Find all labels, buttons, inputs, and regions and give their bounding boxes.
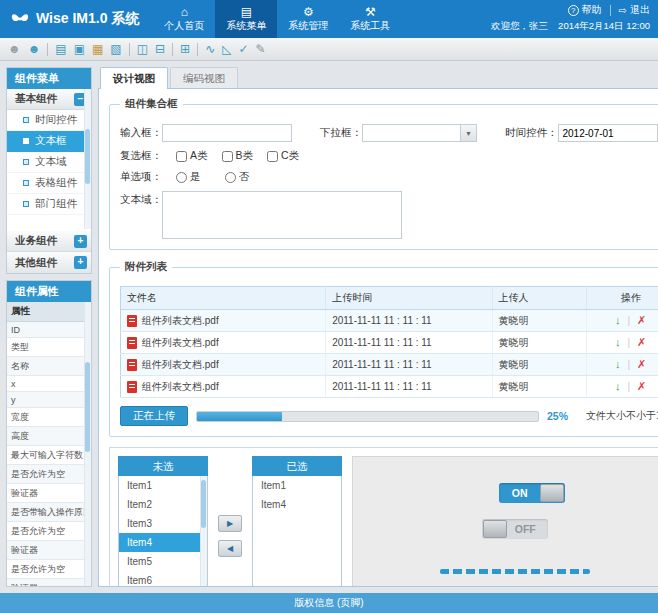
property-row[interactable]: y67 — [7, 392, 91, 408]
list-scrollbar[interactable] — [200, 476, 207, 587]
section-business-components[interactable]: 业务组件 + — [7, 231, 91, 252]
property-row[interactable]: x21 — [7, 376, 91, 392]
scrollbar-thumb[interactable] — [85, 129, 90, 184]
textarea-field[interactable] — [162, 191, 402, 239]
toggle-knob[interactable] — [483, 520, 507, 538]
radio-yes[interactable]: 是 — [176, 170, 201, 184]
checkbox-input[interactable] — [222, 151, 233, 162]
properties-scrollbar[interactable] — [84, 302, 91, 586]
property-row[interactable]: 是否允许为空10000 — [7, 560, 91, 579]
sidebar-item-department-component[interactable]: 部门组件 — [7, 194, 91, 215]
list-item[interactable]: Item5 — [119, 552, 207, 571]
property-row[interactable]: 类型文本域组件 — [7, 338, 91, 357]
gear-icon: ⚙ — [303, 6, 314, 18]
property-row[interactable]: 验证器null — [7, 484, 91, 503]
nav-item-system-tools[interactable]: ⚒ 系统工具 — [339, 0, 401, 38]
list-item[interactable]: Item3 — [119, 514, 207, 533]
text-input[interactable] — [162, 124, 292, 142]
sidebar-scrollbar[interactable] — [84, 89, 91, 229]
curve-icon[interactable]: ∿ — [205, 43, 215, 55]
form-row: 复选框： A类 B类 C类 — [120, 149, 658, 163]
chevron-down-icon: ▼ — [460, 125, 476, 141]
list-item[interactable]: Item6 — [119, 571, 207, 587]
pencil-icon[interactable]: ✎ — [255, 43, 265, 55]
delete-icon[interactable]: ✗ — [637, 358, 646, 370]
property-row[interactable]: 是否允许为空true — [7, 465, 91, 484]
property-row[interactable]: 是否允许为空true — [7, 522, 91, 541]
toggle-switch-on[interactable]: ON — [499, 483, 565, 503]
radio-option-label: 是 — [190, 170, 201, 184]
label-icon[interactable]: ▣ — [74, 43, 85, 55]
checkbox-class-b[interactable]: B类 — [222, 149, 254, 163]
tab-design-view[interactable]: 设计视图 — [100, 67, 168, 89]
sidebar-item-textarea[interactable]: 文本域 — [7, 152, 91, 173]
section-basic-components[interactable]: 基本组件 − — [7, 89, 91, 110]
property-row[interactable]: 名称业务影响分析说明 — [7, 357, 91, 376]
property-row[interactable]: 高度100 — [7, 427, 91, 446]
delete-icon[interactable]: ✗ — [637, 336, 646, 348]
property-row[interactable]: 是否带输入操作原因10000 — [7, 503, 91, 522]
property-row[interactable]: 最大可输入字符数10000 — [7, 446, 91, 465]
check-icon[interactable]: ✓ — [238, 43, 248, 55]
nav-item-home[interactable]: ⌂ 个人首页 — [153, 0, 215, 38]
nav-item-system-menu[interactable]: ▤ 系统菜单 — [215, 0, 277, 38]
radio-input[interactable] — [225, 172, 236, 183]
delete-icon[interactable]: ✗ — [637, 314, 646, 326]
property-row[interactable]: 验证器10000 — [7, 541, 91, 560]
property-row[interactable]: IDtextarea_1 — [7, 322, 91, 338]
checkbox-class-c[interactable]: C类 — [267, 149, 299, 163]
download-icon[interactable]: ↓ — [615, 336, 621, 348]
dropdown-icon[interactable]: ⊟ — [155, 43, 165, 55]
list-item[interactable]: Item2 — [119, 495, 207, 514]
delete-icon[interactable]: ✗ — [637, 380, 646, 392]
dropdown-select[interactable]: ▼ — [362, 124, 477, 142]
uploading-button[interactable]: 正在上传 — [120, 406, 188, 426]
property-row[interactable]: 验证器true — [7, 579, 91, 588]
checkbox-input[interactable] — [176, 151, 187, 162]
checkbox-option-label: B类 — [236, 149, 254, 163]
toggle-knob[interactable] — [540, 484, 564, 502]
list-item-selected[interactable]: Item4 — [119, 533, 207, 552]
sidebar-item-table-component[interactable]: 表格组件 — [7, 173, 91, 194]
panel-icon[interactable]: ▤ — [55, 43, 66, 55]
calendar-icon[interactable]: ▧ — [110, 43, 121, 55]
radio-input[interactable] — [176, 172, 187, 183]
list-item[interactable]: Item1 — [119, 476, 207, 495]
download-icon[interactable]: ↓ — [615, 380, 621, 392]
checkbox-class-a[interactable]: A类 — [176, 149, 208, 163]
table-icon[interactable]: ⊞ — [180, 43, 190, 55]
scrollbar-thumb[interactable] — [85, 362, 90, 452]
divider — [197, 43, 198, 56]
filename-text: 组件列表文档.pdf — [142, 358, 219, 372]
logout-button[interactable]: ⇨ 退出 — [619, 3, 650, 17]
move-left-button[interactable]: ◀ — [218, 540, 242, 557]
scrollbar-thumb[interactable] — [201, 480, 206, 528]
radio-no[interactable]: 否 — [225, 170, 250, 184]
toggle-switch-off[interactable]: OFF — [482, 519, 548, 539]
move-right-button[interactable]: ▶ — [218, 515, 242, 532]
section-other-components[interactable]: 其他组件 + — [7, 252, 91, 273]
expand-icon[interactable]: + — [74, 235, 87, 248]
image-icon[interactable]: ▦ — [92, 43, 103, 55]
checkbox-input[interactable] — [267, 151, 278, 162]
property-name: 名称 — [7, 357, 91, 376]
user-icon[interactable]: ☻ — [8, 43, 21, 55]
tab-code-view[interactable]: 编码视图 — [170, 67, 238, 89]
shape-icon[interactable]: ◺ — [222, 43, 231, 55]
input-icon[interactable]: ◫ — [137, 43, 148, 55]
list-item[interactable]: Item1 — [253, 476, 341, 495]
list-item[interactable]: Item4 — [253, 495, 341, 514]
sidebar-item-textbox[interactable]: 文本框 — [7, 131, 91, 152]
divider — [47, 43, 48, 56]
nav-item-system-manage[interactable]: ⚙ 系统管理 — [277, 0, 339, 38]
property-name: y — [7, 392, 91, 408]
download-icon[interactable]: ↓ — [615, 314, 621, 326]
column-header-property: 属性 — [7, 302, 91, 322]
property-row[interactable]: 宽度743 — [7, 408, 91, 427]
download-icon[interactable]: ↓ — [615, 358, 621, 370]
expand-icon[interactable]: + — [74, 256, 87, 269]
users-icon[interactable]: ☻ — [28, 43, 41, 55]
help-button[interactable]: ? 帮助 — [568, 3, 602, 17]
time-input[interactable] — [558, 124, 658, 142]
sidebar-item-time-control[interactable]: 时间控件 — [7, 110, 91, 131]
